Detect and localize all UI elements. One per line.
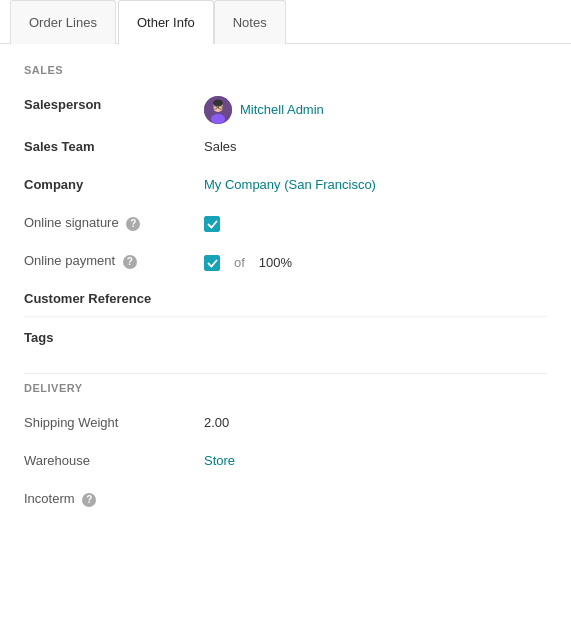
sales-team-label: Sales Team	[24, 134, 204, 156]
svg-point-6	[211, 114, 225, 124]
salesperson-value: Mitchell Admin	[204, 92, 547, 124]
warehouse-label: Warehouse	[24, 448, 204, 470]
avatar	[204, 96, 232, 124]
sales-section-header: SALES	[24, 64, 547, 78]
online-payment-help-icon[interactable]: ?	[123, 255, 137, 269]
warehouse-row: Warehouse Store	[24, 448, 547, 476]
shipping-weight-label: Shipping Weight	[24, 410, 204, 432]
sales-section: SALES Salesperson	[24, 64, 547, 353]
section-divider	[24, 373, 547, 374]
online-signature-help-icon[interactable]: ?	[126, 217, 140, 231]
delivery-section-header: DELIVERY	[24, 382, 547, 396]
warehouse-value[interactable]: Store	[204, 448, 547, 470]
online-signature-row: Online signature ?	[24, 210, 547, 238]
sales-team-row: Sales Team Sales	[24, 134, 547, 162]
incoterm-label: Incoterm ?	[24, 486, 204, 508]
company-label: Company	[24, 172, 204, 194]
online-payment-percent: 100%	[259, 254, 292, 272]
salesperson-name[interactable]: Mitchell Admin	[240, 101, 324, 119]
company-row: Company My Company (San Francisco)	[24, 172, 547, 200]
customer-reference-row: Customer Reference	[24, 286, 547, 317]
company-value[interactable]: My Company (San Francisco)	[204, 172, 547, 194]
sales-team-value: Sales	[204, 134, 547, 156]
shipping-weight-row: Shipping Weight 2.00	[24, 410, 547, 438]
online-payment-checkbox[interactable]	[204, 255, 220, 271]
online-payment-row: Online payment ? of 100%	[24, 248, 547, 276]
svg-point-2	[213, 100, 223, 107]
tab-order-lines[interactable]: Order Lines	[10, 0, 116, 44]
customer-reference-value[interactable]	[204, 286, 547, 290]
online-signature-label: Online signature ?	[24, 210, 204, 232]
tab-bar: Order Lines Other Info Notes	[0, 0, 571, 44]
shipping-weight-value: 2.00	[204, 410, 547, 432]
tab-content: SALES Salesperson	[0, 44, 571, 554]
tags-label: Tags	[24, 325, 204, 347]
tags-value[interactable]	[204, 325, 547, 329]
customer-reference-label: Customer Reference	[24, 286, 204, 308]
online-payment-of: of	[234, 254, 245, 272]
incoterm-value[interactable]	[204, 486, 547, 490]
online-signature-checkbox[interactable]	[204, 216, 220, 232]
delivery-section: DELIVERY Shipping Weight 2.00 Warehouse …	[24, 382, 547, 514]
tab-other-info[interactable]: Other Info	[118, 0, 214, 44]
incoterm-row: Incoterm ?	[24, 486, 547, 514]
salesperson-label: Salesperson	[24, 92, 204, 114]
online-signature-value	[204, 210, 547, 232]
incoterm-help-icon[interactable]: ?	[82, 493, 96, 507]
salesperson-row: Salesperson	[24, 92, 547, 124]
online-payment-value: of 100%	[204, 248, 547, 272]
tags-row: Tags	[24, 325, 547, 353]
online-payment-label: Online payment ?	[24, 248, 204, 270]
tab-notes[interactable]: Notes	[214, 0, 286, 44]
